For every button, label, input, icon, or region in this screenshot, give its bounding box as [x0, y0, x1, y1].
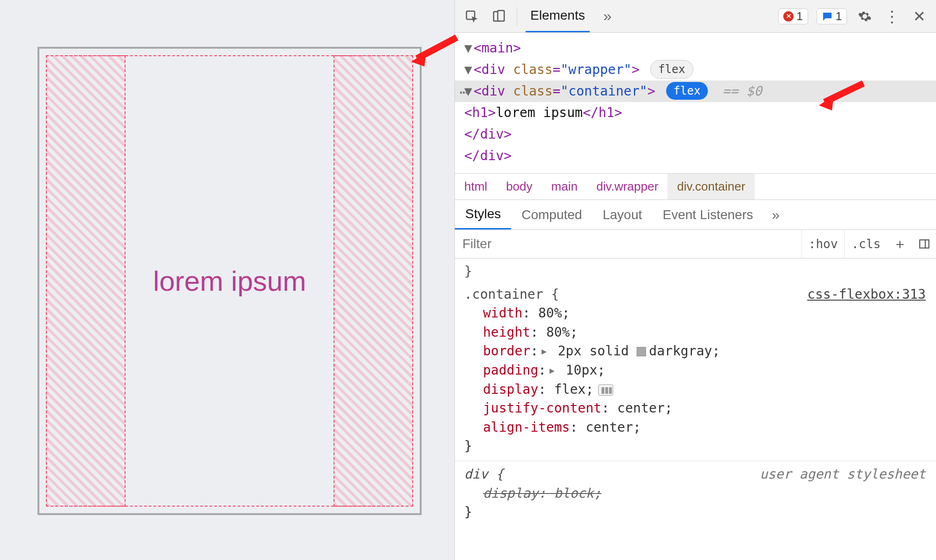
- flex-overlay-right: [334, 55, 413, 507]
- message-count: 1: [836, 10, 842, 23]
- settings-icon[interactable]: [855, 7, 874, 26]
- styles-filter-input[interactable]: [455, 230, 802, 258]
- error-count-badge[interactable]: ✕ 1: [778, 8, 808, 24]
- disclosure-icon[interactable]: ▼: [464, 38, 473, 58]
- decl-display-block[interactable]: display: block;: [483, 486, 602, 501]
- tree-node-div-close1[interactable]: </div>: [455, 124, 936, 145]
- color-swatch[interactable]: [637, 347, 646, 356]
- subtab-computed[interactable]: Computed: [511, 201, 592, 229]
- subtab-events[interactable]: Event Listeners: [653, 201, 764, 229]
- subtabs-overflow-icon[interactable]: »: [764, 200, 788, 229]
- disclosure-icon[interactable]: ▼: [464, 81, 473, 101]
- hov-toggle[interactable]: :hov: [802, 230, 845, 258]
- flex-badge-active[interactable]: flex: [666, 82, 708, 100]
- message-icon: [822, 11, 833, 22]
- decl-align-items[interactable]: align-items: center;: [464, 418, 926, 437]
- error-icon: ✕: [783, 11, 794, 22]
- elements-tree[interactable]: ▼<main> ▼<div class="wrapper"> flex ▼<di…: [455, 33, 936, 173]
- tree-node-div-close2[interactable]: </div>: [455, 145, 936, 167]
- breadcrumb: html body main div.wrapper div.container: [455, 173, 936, 200]
- preview-heading: lorem ipsum: [153, 265, 306, 297]
- rule-selector[interactable]: div {: [464, 465, 504, 484]
- decl-height[interactable]: height: 80%;: [464, 323, 926, 342]
- page-preview: lorem ipsum: [0, 0, 454, 560]
- subtab-styles[interactable]: Styles: [455, 200, 511, 229]
- rule-div-ua: div { user agent stylesheet display: blo…: [464, 465, 926, 522]
- cls-toggle[interactable]: .cls: [844, 230, 887, 258]
- svg-rect-3: [920, 240, 929, 248]
- crumb-html[interactable]: html: [455, 174, 497, 199]
- tree-node-wrapper[interactable]: ▼<div class="wrapper"> flex: [455, 59, 936, 81]
- close-icon[interactable]: ✕: [910, 7, 929, 26]
- flex-badge[interactable]: flex: [650, 60, 693, 79]
- kebab-menu-icon[interactable]: ⋮: [883, 7, 901, 26]
- flex-editor-icon[interactable]: [598, 384, 613, 396]
- computed-sidebar-icon[interactable]: [913, 238, 936, 250]
- decl-justify-content[interactable]: justify-content: center;: [464, 399, 926, 418]
- message-count-badge[interactable]: 1: [817, 8, 847, 24]
- decl-width[interactable]: width: 80%;: [464, 304, 926, 323]
- new-style-rule-icon[interactable]: ＋: [887, 235, 913, 254]
- tabs-overflow-icon[interactable]: »: [598, 7, 617, 26]
- error-count: 1: [796, 10, 802, 23]
- rule-source-ua: user agent stylesheet: [760, 465, 926, 484]
- crumb-wrapper[interactable]: div.wrapper: [587, 174, 668, 199]
- styles-rules[interactable]: } .container { css-flexbox:313 width: 80…: [455, 258, 936, 560]
- tab-elements[interactable]: Elements: [526, 0, 590, 32]
- subtab-layout[interactable]: Layout: [592, 201, 652, 229]
- tree-node-container[interactable]: ▼<div class="container"> flex == $0: [455, 81, 936, 102]
- tree-node-h1[interactable]: <h1>lorem ipsum</h1>: [455, 102, 936, 124]
- crumb-container[interactable]: div.container: [668, 174, 755, 199]
- tree-node-main[interactable]: ▼<main>: [455, 37, 936, 59]
- styles-subtabs: Styles Computed Layout Event Listeners »: [455, 200, 936, 230]
- rule-selector[interactable]: .container {: [464, 285, 559, 304]
- styles-filter-bar: :hov .cls ＋: [455, 230, 936, 258]
- devtools-panel: Elements » ✕ 1 1 ⋮ ✕ ▼<main> ▼<div cla: [454, 0, 936, 560]
- disclosure-icon[interactable]: ▼: [464, 60, 473, 80]
- container-preview: lorem ipsum: [37, 47, 422, 515]
- devtools-toolbar: Elements » ✕ 1 1 ⋮ ✕: [455, 0, 936, 33]
- decl-display[interactable]: display: flex;: [464, 380, 926, 399]
- crumb-main[interactable]: main: [542, 174, 587, 199]
- crumb-body[interactable]: body: [497, 174, 542, 199]
- selected-marker: == $0: [722, 83, 762, 99]
- decl-border[interactable]: border:▸ 2px solid darkgray;: [464, 342, 926, 361]
- inspect-icon[interactable]: [462, 7, 481, 26]
- rule-source-link[interactable]: css-flexbox:313: [807, 285, 926, 304]
- decl-padding[interactable]: padding:▸ 10px;: [464, 361, 926, 380]
- flex-overlay-left: [46, 55, 126, 507]
- svg-rect-2: [498, 10, 505, 21]
- device-toggle-icon[interactable]: [490, 7, 508, 26]
- rule-container: .container { css-flexbox:313 width: 80%;…: [464, 285, 926, 456]
